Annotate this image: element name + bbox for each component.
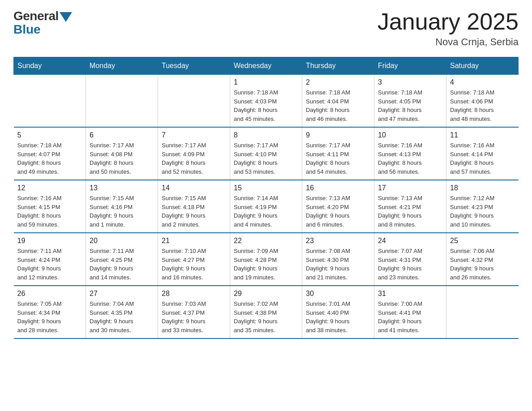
day-number: 19: [17, 237, 82, 245]
day-info: Sunrise: 7:11 AM Sunset: 4:24 PM Dayligh…: [17, 247, 82, 282]
logo-general-text: General: [13, 9, 59, 23]
logo: General Blue: [13, 9, 72, 37]
day-info: Sunrise: 7:14 AM Sunset: 4:19 PM Dayligh…: [234, 194, 298, 229]
day-number: 22: [234, 237, 298, 245]
day-info: Sunrise: 7:06 AM Sunset: 4:32 PM Dayligh…: [450, 247, 515, 282]
week-row-2: 5Sunrise: 7:18 AM Sunset: 4:07 PM Daylig…: [14, 127, 519, 180]
calendar-cell: 28Sunrise: 7:03 AM Sunset: 4:37 PM Dayli…: [158, 286, 230, 338]
day-info: Sunrise: 7:13 AM Sunset: 4:21 PM Dayligh…: [378, 194, 442, 229]
calendar-cell: 24Sunrise: 7:07 AM Sunset: 4:31 PM Dayli…: [374, 233, 446, 286]
calendar-cell: 31Sunrise: 7:00 AM Sunset: 4:41 PM Dayli…: [374, 286, 446, 338]
day-number: 18: [450, 184, 515, 192]
calendar-cell: 27Sunrise: 7:04 AM Sunset: 4:35 PM Dayli…: [86, 286, 158, 338]
calendar-cell: 10Sunrise: 7:16 AM Sunset: 4:13 PM Dayli…: [374, 127, 446, 180]
day-info: Sunrise: 7:18 AM Sunset: 4:07 PM Dayligh…: [17, 141, 82, 176]
calendar-cell: [158, 75, 230, 128]
week-row-5: 26Sunrise: 7:05 AM Sunset: 4:34 PM Dayli…: [14, 286, 519, 338]
calendar-cell: 14Sunrise: 7:15 AM Sunset: 4:18 PM Dayli…: [158, 180, 230, 233]
day-info: Sunrise: 7:11 AM Sunset: 4:25 PM Dayligh…: [90, 247, 154, 282]
calendar-cell: 2Sunrise: 7:18 AM Sunset: 4:04 PM Daylig…: [302, 75, 374, 128]
day-info: Sunrise: 7:07 AM Sunset: 4:31 PM Dayligh…: [378, 247, 442, 282]
day-number: 31: [378, 290, 442, 298]
day-number: 12: [17, 184, 82, 192]
day-number: 3: [378, 78, 442, 86]
calendar-cell: 11Sunrise: 7:16 AM Sunset: 4:14 PM Dayli…: [446, 127, 519, 180]
day-number: 13: [90, 184, 154, 192]
calendar-cell: 23Sunrise: 7:08 AM Sunset: 4:30 PM Dayli…: [302, 233, 374, 286]
day-header-saturday: Saturday: [446, 57, 519, 75]
calendar-cell: 9Sunrise: 7:17 AM Sunset: 4:11 PM Daylig…: [302, 127, 374, 180]
week-row-1: 1Sunrise: 7:18 AM Sunset: 4:03 PM Daylig…: [14, 75, 519, 128]
day-header-monday: Monday: [86, 57, 158, 75]
day-info: Sunrise: 7:00 AM Sunset: 4:41 PM Dayligh…: [378, 300, 442, 334]
calendar-cell: 22Sunrise: 7:09 AM Sunset: 4:28 PM Dayli…: [230, 233, 302, 286]
day-number: 17: [378, 184, 442, 192]
day-number: 1: [234, 78, 298, 86]
day-number: 26: [17, 290, 82, 298]
calendar-cell: 5Sunrise: 7:18 AM Sunset: 4:07 PM Daylig…: [14, 127, 86, 180]
title-section: January 2025 Nova Crnja, Serbia: [378, 9, 519, 48]
page-header: General Blue January 2025 Nova Crnja, Se…: [13, 9, 519, 48]
day-info: Sunrise: 7:03 AM Sunset: 4:37 PM Dayligh…: [162, 300, 226, 334]
day-number: 9: [306, 131, 370, 139]
calendar-cell: 21Sunrise: 7:10 AM Sunset: 4:27 PM Dayli…: [158, 233, 230, 286]
day-info: Sunrise: 7:01 AM Sunset: 4:40 PM Dayligh…: [306, 300, 370, 334]
calendar-cell: 26Sunrise: 7:05 AM Sunset: 4:34 PM Dayli…: [14, 286, 86, 338]
calendar-cell: 7Sunrise: 7:17 AM Sunset: 4:09 PM Daylig…: [158, 127, 230, 180]
day-number: 15: [234, 184, 298, 192]
day-info: Sunrise: 7:18 AM Sunset: 4:03 PM Dayligh…: [234, 88, 298, 123]
week-row-4: 19Sunrise: 7:11 AM Sunset: 4:24 PM Dayli…: [14, 233, 519, 286]
day-info: Sunrise: 7:18 AM Sunset: 4:05 PM Dayligh…: [378, 88, 442, 123]
day-info: Sunrise: 7:04 AM Sunset: 4:35 PM Dayligh…: [90, 300, 154, 334]
calendar-cell: [14, 75, 86, 128]
calendar-cell: 6Sunrise: 7:17 AM Sunset: 4:08 PM Daylig…: [86, 127, 158, 180]
day-number: 5: [17, 131, 82, 139]
calendar-cell: 8Sunrise: 7:17 AM Sunset: 4:10 PM Daylig…: [230, 127, 302, 180]
calendar-cell: 16Sunrise: 7:13 AM Sunset: 4:20 PM Dayli…: [302, 180, 374, 233]
day-number: 7: [162, 131, 226, 139]
logo-triangle-icon: [60, 12, 72, 22]
day-number: 24: [378, 237, 442, 245]
calendar-cell: 13Sunrise: 7:15 AM Sunset: 4:16 PM Dayli…: [86, 180, 158, 233]
subtitle: Nova Crnja, Serbia: [378, 36, 519, 48]
calendar-header-row: SundayMondayTuesdayWednesdayThursdayFrid…: [14, 57, 519, 75]
day-number: 14: [162, 184, 226, 192]
day-info: Sunrise: 7:05 AM Sunset: 4:34 PM Dayligh…: [17, 300, 82, 334]
calendar-cell: [446, 286, 519, 338]
calendar-cell: 19Sunrise: 7:11 AM Sunset: 4:24 PM Dayli…: [14, 233, 86, 286]
day-number: 4: [450, 78, 515, 86]
day-info: Sunrise: 7:17 AM Sunset: 4:08 PM Dayligh…: [90, 141, 154, 176]
day-number: 20: [90, 237, 154, 245]
day-info: Sunrise: 7:17 AM Sunset: 4:11 PM Dayligh…: [306, 141, 370, 176]
main-title: January 2025: [378, 9, 519, 34]
day-info: Sunrise: 7:13 AM Sunset: 4:20 PM Dayligh…: [306, 194, 370, 229]
week-row-3: 12Sunrise: 7:16 AM Sunset: 4:15 PM Dayli…: [14, 180, 519, 233]
day-header-sunday: Sunday: [14, 57, 86, 75]
day-info: Sunrise: 7:08 AM Sunset: 4:30 PM Dayligh…: [306, 247, 370, 282]
day-number: 28: [162, 290, 226, 298]
calendar-cell: 25Sunrise: 7:06 AM Sunset: 4:32 PM Dayli…: [446, 233, 519, 286]
day-info: Sunrise: 7:10 AM Sunset: 4:27 PM Dayligh…: [162, 247, 226, 282]
day-number: 27: [90, 290, 154, 298]
day-number: 29: [234, 290, 298, 298]
day-info: Sunrise: 7:12 AM Sunset: 4:23 PM Dayligh…: [450, 194, 515, 229]
day-info: Sunrise: 7:17 AM Sunset: 4:10 PM Dayligh…: [234, 141, 298, 176]
calendar-cell: 30Sunrise: 7:01 AM Sunset: 4:40 PM Dayli…: [302, 286, 374, 338]
day-header-friday: Friday: [374, 57, 446, 75]
day-number: 2: [306, 78, 370, 86]
calendar-cell: 15Sunrise: 7:14 AM Sunset: 4:19 PM Dayli…: [230, 180, 302, 233]
calendar-cell: [86, 75, 158, 128]
day-info: Sunrise: 7:17 AM Sunset: 4:09 PM Dayligh…: [162, 141, 226, 176]
calendar-cell: 18Sunrise: 7:12 AM Sunset: 4:23 PM Dayli…: [446, 180, 519, 233]
logo-blue-text: Blue: [13, 22, 41, 37]
day-info: Sunrise: 7:18 AM Sunset: 4:04 PM Dayligh…: [306, 88, 370, 123]
calendar-cell: 17Sunrise: 7:13 AM Sunset: 4:21 PM Dayli…: [374, 180, 446, 233]
day-number: 16: [306, 184, 370, 192]
day-number: 30: [306, 290, 370, 298]
day-number: 25: [450, 237, 515, 245]
calendar-cell: 29Sunrise: 7:02 AM Sunset: 4:38 PM Dayli…: [230, 286, 302, 338]
day-number: 11: [450, 131, 515, 139]
day-number: 6: [90, 131, 154, 139]
calendar-cell: 20Sunrise: 7:11 AM Sunset: 4:25 PM Dayli…: [86, 233, 158, 286]
day-number: 10: [378, 131, 442, 139]
